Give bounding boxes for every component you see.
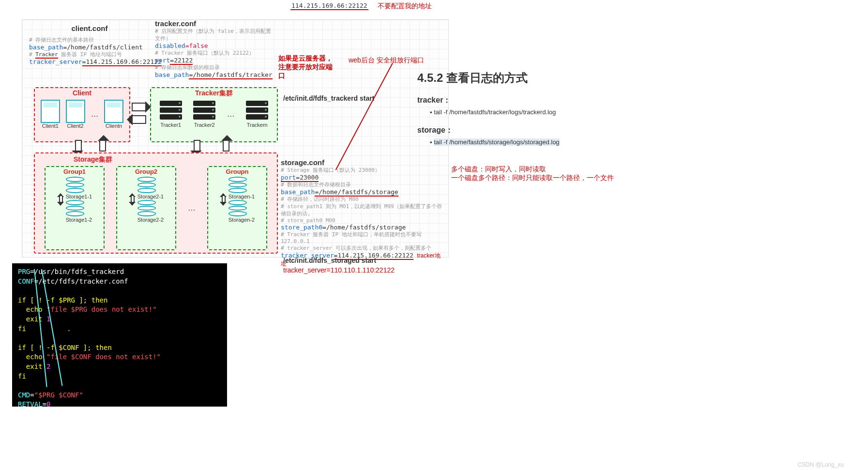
disk-icon [66, 177, 84, 193]
disk-icon [228, 200, 247, 216]
comment: # 启用配置文件（默认为 false，表示启用配置文件） [155, 28, 276, 42]
storage-sub: Storagen-1 [228, 194, 255, 199]
key: base_path [29, 44, 63, 51]
client-icon [104, 100, 123, 123]
comment: # Tracker 服务器 IP 地址与端口号 [29, 51, 150, 58]
tracker-conf-block: tracker.conf # 启用配置文件（默认为 false，表示启用配置文件… [155, 19, 276, 78]
client-sub: Client2 [66, 123, 85, 129]
group-box: Group1 Storage1-1Storage1-2 [45, 166, 105, 250]
comment: # Tracker 服务器 IP 地址和端口，单机搭建时也不要写 127.0.0… [281, 231, 445, 244]
storage-cluster-box: Storage集群 Group1 Storage1-1Storage1-2 Gr… [34, 152, 278, 254]
key: base_path [281, 188, 315, 196]
disk-icon [66, 200, 84, 216]
server-icon [160, 101, 182, 122]
tracker-sub: Trackern [246, 122, 268, 128]
key: tracker_server [281, 252, 334, 259]
section-heading: 4.5.2 查看日志的方式 [417, 70, 708, 86]
storage-log-cmd: tail -f /home/fastdfs/storage/logs/stora… [430, 138, 708, 146]
right-column: 4.5.2 查看日志的方式 tracker： tail -f /home/fas… [417, 65, 708, 182]
comment: # Tracker 服务端口（默认为 22122） [155, 49, 276, 57]
client-sub: Clientn [104, 123, 123, 129]
server-icon [193, 101, 215, 122]
comment: # 存储日志文件的基本路径 [29, 36, 150, 44]
arrow-icon [223, 140, 229, 152]
storage-label: Storage集群 [35, 153, 277, 164]
arrow-icon [132, 103, 146, 111]
tracker-label: Tracker集群 [151, 88, 277, 99]
sync-arrow-icon [57, 193, 65, 206]
trackerd-start-cmd: /etc/init.d/fdfs_trackerd start [283, 94, 374, 102]
sync-arrow-icon [220, 193, 228, 206]
arrow-icon [75, 140, 82, 152]
val: =false [185, 42, 208, 49]
key: store_path0 [281, 224, 322, 231]
top-note: 不要配置我的地址 [378, 2, 432, 11]
client-conf-block: client.conf # 存储日志文件的基本路径 base_path=/hom… [29, 24, 150, 65]
arrow-icon [194, 140, 200, 152]
arrow-icon [132, 115, 146, 124]
tracker-sub: Tracker1 [160, 122, 182, 128]
storage-sub: Storage2-2 [137, 217, 164, 223]
val: =114.215.169.66:22122 [334, 252, 413, 260]
client-icon [66, 100, 85, 123]
sync-arrow-icon [129, 193, 137, 206]
storage-sub: Storage1-2 [66, 217, 92, 223]
web-note: web后台 安全组放行端口 [349, 56, 424, 65]
watermark: CSDN @Long_xu [797, 461, 844, 468]
val: =/home/fastdfs/client [63, 44, 142, 51]
client-cluster-box: Client Client1 Client2 … Clientn [34, 87, 130, 142]
key: port [155, 57, 170, 64]
comment: # store_path0 M00 [281, 217, 445, 224]
group-box: Groupn Storagen-1Storagen-2 [207, 166, 267, 250]
comment: # 存储路径，访问时路径为 M00 [281, 196, 445, 203]
disk-note-2: 一个磁盘多个路径：同时只能读取一个路径，一个文件 [451, 174, 708, 182]
storage-heading: storage： [417, 125, 708, 136]
disk-note-1: 多个磁盘：同时写入，同时读取 [451, 165, 708, 174]
client-icon [41, 100, 60, 123]
val: =/home/fastdfs/storage [322, 224, 406, 231]
tracker-log-cmd: tail -f /home/fastdfs/tracker/logs/track… [430, 108, 708, 116]
ellipsis: … [227, 110, 235, 119]
group-label: Group2 [135, 167, 157, 176]
comment: # store_path1 则为 M01，以此递增到 M99（如果配置了多个存储… [281, 203, 445, 217]
storage-sub: Storage1-1 [66, 194, 92, 199]
arrow-icon [99, 140, 106, 152]
storage-sub: Storage2-1 [137, 194, 164, 199]
key: tracker_server [29, 58, 82, 65]
storage-sub: Storagen-2 [228, 217, 255, 223]
server-icon [246, 101, 268, 122]
tracker-heading: tracker： [417, 95, 708, 106]
group-label: Group1 [63, 167, 86, 176]
tracker-sub: Tracker2 [193, 122, 215, 128]
val: =114.215.169.66:22122 [82, 58, 162, 66]
ellipsis: … [188, 204, 196, 212]
ellipsis: … [91, 110, 98, 119]
key: base_path [155, 71, 189, 78]
client-label: Client [35, 88, 129, 98]
cloud-note: 如果是云服务器，注意要开放对应端口 [278, 54, 336, 80]
disk-icon [137, 177, 156, 193]
comment: # 存储日志和数据的根目录 [155, 64, 276, 71]
disk-icon [137, 200, 156, 216]
comment: # tracker_server 可以多次出现，如果有多个，则配置多个 [281, 244, 445, 252]
tracker-conf-title: tracker.conf [155, 19, 276, 28]
client-sub: Client1 [41, 123, 60, 129]
disk-icon [228, 177, 247, 193]
top-address: 114.215.169.66:22122 [290, 2, 368, 10]
group-label: Groupn [226, 167, 249, 176]
key: disabled [155, 42, 185, 49]
client-conf-title: client.conf [29, 24, 150, 32]
val: =/home/fastdfs/tracker [189, 71, 272, 79]
tracker-cluster-box: Tracker集群 Tracker1 Tracker2 … Trackern [150, 87, 278, 142]
group-box: Group2 Storage2-1Storage2-2 [116, 166, 176, 250]
alt-tracker-server: tracker_server=110.110.1.110:22122 [283, 266, 395, 274]
